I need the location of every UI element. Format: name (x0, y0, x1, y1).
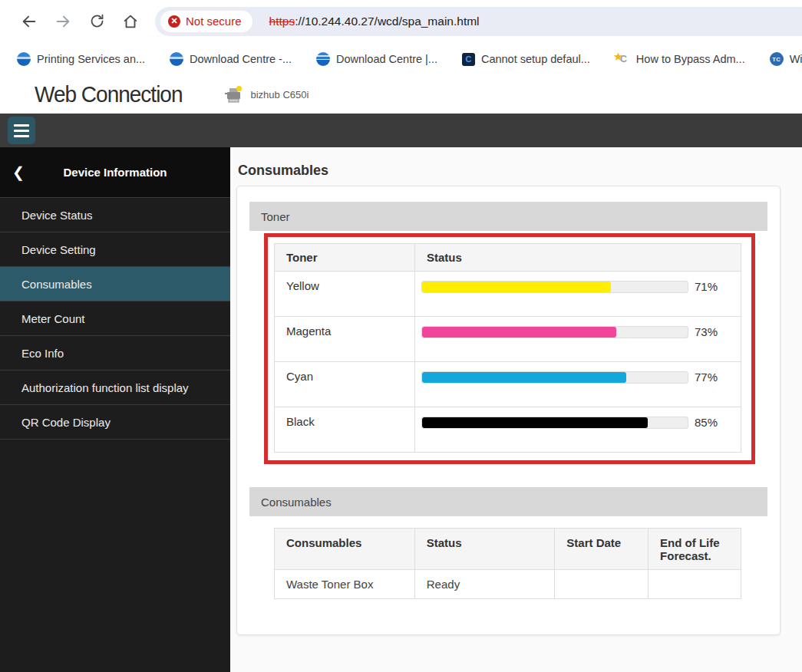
sidebar-item-device-status[interactable]: Device Status (0, 198, 230, 232)
table-row-magenta: Magenta 73% (275, 317, 741, 362)
toner-bar-track (421, 417, 688, 429)
bookmark-favicon: ★C (615, 52, 630, 66)
status-column-header: Status (414, 529, 555, 570)
consumables-card: Toner Toner Status Yellow 71% (236, 186, 781, 635)
end-of-life-column-header: End of Life Forecast. (649, 529, 741, 570)
bookmark-favicon: C (462, 53, 475, 66)
app-top-bar (0, 114, 802, 147)
page-title: Consumables (238, 163, 781, 179)
bookmark-label: Download Centre |... (336, 53, 437, 65)
table-row-black: Black 85% (275, 407, 741, 453)
bookmark-cannot-setup[interactable]: C Cannot setup defaul... (462, 53, 590, 66)
not-secure-icon: ✕ (168, 15, 180, 28)
sidebar-item-device-setting[interactable]: Device Setting (0, 232, 230, 267)
toner-bar-fill-yellow (422, 282, 611, 292)
web-connection-logo: Web Connection (35, 82, 183, 107)
bookmark-windows[interactable]: TC Windows (770, 52, 802, 66)
back-chevron-icon[interactable]: ❮ (12, 165, 25, 180)
bookmark-label: Printing Services an... (37, 53, 145, 65)
sidebar-header: ❮ Device Information (0, 147, 230, 198)
bookmark-label: Download Centre -... (190, 53, 292, 65)
url-display[interactable]: https://10.244.40.27/wcd/spa_main.html (269, 15, 480, 28)
toner-table-highlight: Toner Status Yellow 71% (264, 233, 755, 464)
home-button[interactable] (114, 6, 147, 37)
menu-button[interactable] (8, 117, 35, 144)
bookmark-label: How to Bypass Adm... (636, 53, 745, 65)
bookmark-label: Windows (790, 53, 802, 65)
toner-column-header: Toner (275, 244, 415, 272)
browser-window: ✕ Not secure https://10.244.40.27/wcd/sp… (0, 0, 802, 672)
toner-name: Cyan (275, 362, 415, 407)
table-row-waste-toner-box: Waste Toner Box Ready (275, 570, 741, 599)
consumable-start-date (555, 570, 649, 599)
toner-bar-fill-magenta (422, 327, 616, 338)
toner-section-header: Toner (249, 202, 767, 231)
toner-percent: 71% (695, 280, 731, 293)
status-column-header: Status (415, 244, 741, 272)
bookmark-label: Cannot setup defaul... (481, 53, 590, 65)
consumables-table: Consumables Status Start Date End of Lif… (274, 528, 741, 599)
security-badge[interactable]: ✕ Not secure (160, 11, 252, 32)
sidebar-item-consumables[interactable]: Consumables (0, 267, 230, 301)
toner-percent: 77% (695, 371, 731, 384)
sidebar-item-meter-count[interactable]: Meter Count (0, 301, 230, 336)
brand-header: Web Connection bizhub C650i (0, 76, 802, 114)
consumable-name: Waste Toner Box (275, 570, 415, 599)
toner-percent: 73% (695, 325, 731, 338)
sidebar-title: Device Information (63, 166, 167, 179)
consumables-column-header: Consumables (275, 529, 415, 570)
bookmarks-bar: Printing Services an... Download Centre … (0, 42, 802, 76)
security-badge-label: Not secure (186, 15, 242, 28)
browser-toolbar: ✕ Not secure https://10.244.40.27/wcd/sp… (0, 0, 802, 42)
sidebar-item-eco-info[interactable]: Eco Info (0, 336, 230, 371)
forward-icon (54, 13, 71, 30)
url-rest: ://10.244.40.27/wcd/spa_main.html (295, 15, 479, 28)
main-content: Consumables Toner Toner Status Yellow (230, 147, 802, 672)
back-button[interactable] (12, 6, 46, 37)
reload-icon (89, 13, 105, 29)
hamburger-icon (14, 124, 29, 127)
table-row-yellow: Yellow 71% (275, 272, 741, 317)
toner-bar-fill-cyan (422, 372, 626, 383)
table-row-cyan: Cyan 77% (275, 362, 741, 407)
toner-bar-fill-black (422, 417, 648, 428)
toner-bar-track (421, 371, 688, 384)
forward-button[interactable] (46, 6, 80, 37)
start-date-column-header: Start Date (555, 529, 649, 570)
device-model-label: bizhub C650i (251, 89, 309, 100)
sidebar-menu: Device Status Device Setting Consumables… (0, 198, 230, 440)
address-bar[interactable]: ✕ Not secure https://10.244.40.27/wcd/sp… (155, 7, 802, 36)
toner-name: Magenta (275, 317, 415, 362)
toner-name: Yellow (275, 272, 415, 317)
toner-table-header-row: Toner Status (275, 244, 741, 272)
reload-button[interactable] (80, 6, 114, 37)
url-scheme: https (269, 15, 295, 28)
toner-name: Black (275, 407, 415, 453)
toner-bar-track (421, 326, 688, 338)
toner-percent: 85% (695, 416, 731, 429)
consumable-end-of-life (649, 570, 741, 599)
bookmark-printing-services[interactable]: Printing Services an... (17, 52, 145, 66)
consumable-status: Ready (414, 570, 555, 599)
bookmark-favicon: TC (770, 52, 784, 66)
bookmark-favicon (17, 52, 31, 66)
consumables-section-header: Consumables (249, 487, 767, 516)
bookmark-how-to-bypass[interactable]: ★C How to Bypass Adm... (615, 52, 745, 66)
home-icon (122, 13, 139, 30)
printer-icon (223, 85, 244, 104)
toner-bar-track (421, 281, 688, 293)
toner-table: Toner Status Yellow 71% (274, 243, 741, 453)
bookmark-favicon (170, 52, 183, 66)
bookmark-favicon (316, 52, 330, 66)
consumables-table-header-row: Consumables Status Start Date End of Lif… (275, 529, 741, 570)
sidebar: ❮ Device Information Device Status Devic… (0, 147, 230, 672)
sidebar-item-qr-code[interactable]: QR Code Display (0, 405, 230, 440)
sidebar-item-authorization-list[interactable]: Authorization function list display (0, 371, 230, 405)
bookmark-download-centre-2[interactable]: Download Centre |... (316, 52, 437, 66)
back-icon (21, 13, 38, 30)
bookmark-download-centre-1[interactable]: Download Centre -... (170, 52, 292, 66)
